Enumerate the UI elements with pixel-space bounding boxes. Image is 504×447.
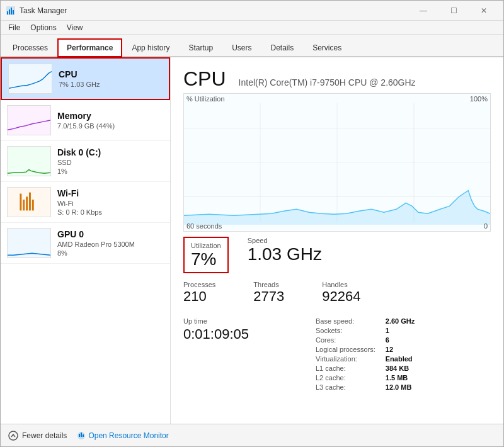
menu-file[interactable]: File	[3, 22, 25, 33]
speed-label: Speed	[248, 237, 322, 244]
handles-label: Handles	[322, 281, 360, 288]
sidebar: CPU 7% 1.03 GHz Memory 7.0/15.9 GB (44%)	[1, 57, 171, 424]
main-title: CPU	[183, 67, 226, 91]
cores-key: Cores:	[316, 336, 375, 344]
menu-options[interactable]: Options	[25, 22, 61, 33]
open-resource-monitor-link[interactable]: Open Resource Monitor	[77, 431, 168, 440]
window-controls: — ☐ ✕	[409, 1, 498, 20]
uptime-section: Up time 0:01:09:05	[183, 317, 297, 391]
gpu-name: GPU 0	[57, 229, 164, 239]
l1-key: L1 cache:	[316, 365, 375, 372]
svg-rect-6	[8, 106, 50, 135]
processes-value: 210	[183, 290, 215, 303]
menu-bar: File Options View	[1, 21, 503, 35]
svg-point-22	[9, 431, 18, 440]
tab-startup[interactable]: Startup	[179, 38, 222, 57]
disk-label: Disk 0 (C:) SSD 1%	[57, 147, 164, 175]
gpu-detail1: AMD Radeon Pro 5300M	[57, 240, 164, 248]
gpu-label: GPU 0 AMD Radeon Pro 5300M 8%	[57, 229, 164, 257]
fewer-details-button[interactable]: Fewer details	[8, 431, 67, 441]
title-bar: Task Manager — ☐ ✕	[1, 1, 503, 21]
threads-box: Threads 2773	[253, 281, 284, 303]
uptime-label: Up time	[183, 317, 297, 325]
tab-details[interactable]: Details	[261, 38, 303, 57]
chevron-up-icon	[8, 431, 18, 441]
minimize-button[interactable]: —	[409, 1, 438, 20]
svg-rect-4	[13, 10, 14, 14]
sidebar-item-cpu[interactable]: CPU 7% 1.03 GHz	[1, 57, 170, 100]
main-header: CPU Intel(R) Core(TM) i7-9750H CPU @ 2.6…	[183, 67, 491, 91]
sidebar-item-disk[interactable]: Disk 0 (C:) SSD 1%	[1, 141, 170, 182]
disk-detail1: SSD	[57, 159, 164, 166]
graph-y-label: % Utilization	[186, 95, 225, 103]
speed-box: Speed 1.03 GHz	[248, 237, 322, 273]
wifi-thumbnail	[7, 187, 51, 217]
content-area: CPU 7% 1.03 GHz Memory 7.0/15.9 GB (44%)	[1, 57, 503, 424]
svg-rect-25	[81, 433, 82, 437]
logical-key: Logical processors:	[316, 346, 375, 353]
maximize-button[interactable]: ☐	[439, 1, 468, 20]
sockets-key: Sockets:	[316, 327, 375, 334]
svg-rect-26	[83, 434, 84, 437]
tab-app-history[interactable]: App history	[122, 38, 179, 57]
svg-rect-1	[7, 11, 8, 14]
memory-name: Memory	[57, 111, 164, 121]
l3-key: L3 cache:	[316, 383, 375, 391]
cpu-name: CPU	[59, 69, 163, 79]
l2-val: 1.5 MB	[386, 374, 415, 382]
footer: Fewer details Open Resource Monitor	[1, 424, 503, 446]
main-subtitle: Intel(R) Core(TM) i7-9750H CPU @ 2.60GHz	[239, 77, 416, 88]
tab-processes[interactable]: Processes	[3, 38, 57, 57]
svg-rect-24	[79, 434, 80, 437]
svg-rect-9	[20, 194, 21, 211]
threads-label: Threads	[253, 281, 284, 288]
cpu-label: CPU 7% 1.03 GHz	[59, 69, 163, 88]
processes-box: Processes 210	[183, 281, 215, 303]
monitor-icon	[77, 431, 86, 440]
svg-rect-5	[9, 64, 52, 93]
virt-val: Enabled	[386, 355, 415, 363]
disk-detail2: 1%	[57, 167, 164, 175]
graph-x-label: 60 seconds	[186, 222, 222, 230]
wifi-detail1: Wi-Fi	[57, 200, 164, 207]
l1-val: 384 KB	[386, 365, 415, 372]
graph-y-max: 100%	[470, 95, 488, 103]
wifi-detail2: S: 0 R: 0 Kbps	[57, 208, 164, 216]
task-manager-window: Task Manager — ☐ ✕ File Options View Pro…	[0, 0, 504, 447]
virt-key: Virtualization:	[316, 355, 375, 363]
menu-view[interactable]: View	[62, 22, 88, 33]
bottom-row: Up time 0:01:09:05 Base speed: 2.60 GHz …	[183, 317, 491, 391]
l3-val: 12.0 MB	[386, 383, 415, 391]
svg-rect-2	[9, 9, 10, 14]
cpu-graph-svg	[184, 94, 490, 231]
tab-performance[interactable]: Performance	[57, 38, 122, 57]
main-panel: CPU Intel(R) Core(TM) i7-9750H CPU @ 2.6…	[171, 57, 503, 424]
threads-value: 2773	[253, 290, 284, 303]
tab-users[interactable]: Users	[222, 38, 261, 57]
cpu-graph: % Utilization 100% 0 60 seconds	[183, 93, 491, 232]
handles-value: 92264	[322, 290, 360, 303]
processes-label: Processes	[183, 281, 215, 288]
uptime-value: 0:01:09:05	[183, 326, 297, 342]
svg-rect-3	[11, 8, 12, 14]
sockets-val: 1	[386, 327, 415, 334]
base-speed-key: Base speed:	[316, 317, 375, 325]
sidebar-item-memory[interactable]: Memory 7.0/15.9 GB (44%)	[1, 100, 170, 141]
cpu-info-grid: Base speed: 2.60 GHz Sockets: 1 Cores: 6…	[316, 317, 415, 391]
tab-services[interactable]: Services	[303, 38, 351, 57]
title-text: Task Manager	[20, 6, 67, 15]
utilization-label: Utilization	[191, 242, 221, 249]
fewer-details-label: Fewer details	[22, 431, 67, 440]
speed-value: 1.03 GHz	[248, 246, 322, 263]
sidebar-item-wifi[interactable]: Wi-Fi Wi-Fi S: 0 R: 0 Kbps	[1, 182, 170, 223]
cpu-thumbnail	[8, 64, 52, 94]
close-button[interactable]: ✕	[469, 1, 498, 20]
pth-row: Processes 210 Threads 2773 Handles 92264	[183, 281, 491, 311]
gpu-thumbnail	[7, 228, 51, 258]
svg-rect-13	[32, 200, 34, 210]
sidebar-item-gpu[interactable]: GPU 0 AMD Radeon Pro 5300M 8%	[1, 223, 170, 264]
base-speed-val: 2.60 GHz	[386, 317, 415, 325]
app-icon	[6, 6, 16, 16]
memory-thumbnail	[7, 105, 51, 135]
svg-rect-10	[23, 200, 25, 210]
